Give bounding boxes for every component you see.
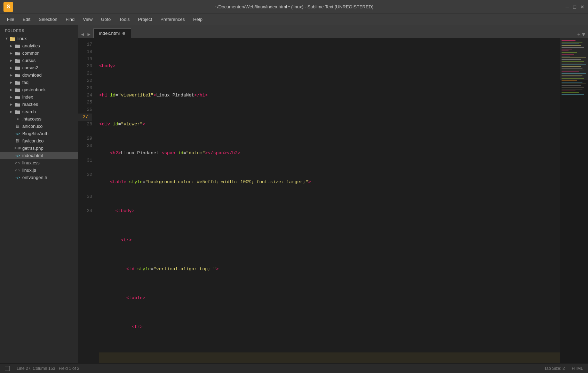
sidebar-item-label: favicon.ico [22, 138, 43, 143]
menu-edit[interactable]: Edit [19, 15, 34, 23]
code-line-19: <div id="viewer"> [99, 121, 560, 128]
menu-file[interactable]: File [3, 15, 18, 23]
sidebar-item-label: analytics [22, 43, 40, 48]
svg-rect-27 [562, 87, 584, 88]
sidebar-item-linux[interactable]: ▼ linux [0, 35, 78, 42]
sidebar-item-label: .htaccess [22, 116, 41, 122]
tab-menu-button[interactable]: ▼ [582, 32, 585, 38]
sidebar-item-label: reacties [22, 102, 38, 107]
chevron-right-icon: ▶ [10, 80, 15, 84]
svg-rect-23 [562, 80, 577, 81]
chevron-right-icon: ▶ [10, 51, 15, 55]
code-line-24: <td style="vertical-align: top; "> [99, 266, 560, 273]
php-file-icon: PHP [15, 146, 21, 151]
status-left: Line 27, Column 153 · Field 1 of 2 [5, 366, 79, 371]
folder-icon [15, 102, 21, 107]
window-buttons[interactable]: ─ □ ✕ [566, 4, 585, 10]
sidebar-item-faq[interactable]: ▶ faq [0, 79, 78, 86]
cursor-position: Line 27, Column 153 · Field 1 of 2 [17, 366, 79, 371]
sidebar-item-reacties[interactable]: ▶ reacties [0, 101, 78, 108]
sidebar-item-getrss[interactable]: ▶ PHP getrss.php [0, 145, 78, 152]
minimize-button[interactable]: ─ [566, 4, 569, 10]
sidebar-item-cursus[interactable]: ▶ cursus [0, 57, 78, 64]
code-line-26: <tr> [99, 324, 560, 331]
close-button[interactable]: ✕ [580, 4, 585, 10]
tab-index-html[interactable]: index.html [93, 28, 131, 38]
sidebar-item-label: faq [22, 80, 29, 85]
chevron-right-icon: ▶ [10, 59, 15, 62]
code-line-25: <table> [99, 295, 560, 302]
sidebar-item-label: cursus [22, 58, 35, 63]
menu-project[interactable]: Project [135, 15, 156, 23]
sidebar-item-label: index.html [22, 153, 43, 158]
svg-rect-30 [562, 92, 579, 93]
sidebar-item-htaccess[interactable]: ▶ ≡ .htaccess [0, 115, 78, 123]
editor[interactable]: 17 18 19 20 21 22 23 24 25 26 27 28 29 3… [78, 38, 588, 363]
sidebar-item-label: linux.js [22, 168, 36, 173]
sidebar-item-gastenboek[interactable]: ▶ gastenboek [0, 86, 78, 93]
sidebar-item-index-html[interactable]: ▶ </> index.html [0, 152, 78, 159]
code-line-21: <table style="background-color: #e5effd;… [99, 179, 560, 186]
image-file-icon: 🖼 [15, 139, 21, 143]
chevron-right-icon: ▶ [10, 88, 15, 92]
folder-icon [15, 87, 21, 92]
maximize-button[interactable]: □ [573, 4, 576, 10]
sidebar-item-label: cursus2 [22, 65, 38, 70]
tab-prev-button[interactable]: ◀ [80, 31, 85, 38]
code-line-22: <tbody> [99, 208, 560, 215]
sidebar-item-label: BingSiteAuth [22, 131, 48, 136]
folder-icon [15, 80, 21, 85]
js-file-icon: /* */ [15, 168, 21, 173]
menu-preferences[interactable]: Preferences [157, 15, 188, 23]
sidebar-item-label: download [22, 72, 42, 78]
sidebar-item-label: getrss.php [22, 146, 43, 151]
svg-rect-26 [562, 85, 581, 86]
sidebar-item-linux-js[interactable]: ▶ /* */ linux.js [0, 166, 78, 174]
menu-view[interactable]: View [79, 15, 96, 23]
status-bar: Line 27, Column 153 · Field 1 of 2 Tab S… [0, 363, 588, 373]
sidebar-header: FOLDERS [0, 25, 78, 35]
folder-icon [15, 44, 21, 48]
chevron-right-icon: ▶ [10, 110, 15, 114]
tab-size-indicator[interactable]: Tab Size: 2 [544, 366, 565, 371]
menu-find[interactable]: Find [62, 15, 78, 23]
sidebar-item-label: gastenboek [22, 87, 46, 92]
chevron-right-icon: ▶ [10, 95, 15, 99]
sidebar-item-favicon[interactable]: ▶ 🖼 favicon.ico [0, 137, 78, 145]
menu-goto[interactable]: Goto [97, 15, 114, 23]
menu-selection[interactable]: Selection [35, 15, 61, 23]
folder-icon [15, 73, 21, 78]
sidebar-item-anicon[interactable]: ▶ 🖼 anicon.ico [0, 123, 78, 130]
chevron-down-icon: ▼ [5, 37, 10, 40]
sidebar-item-ontvangen[interactable]: ▶ </> ontvangen.h [0, 174, 78, 181]
sidebar-item-index-folder[interactable]: ▶ index [0, 93, 78, 101]
sidebar-item-linux-css[interactable]: ▶ /* */ linux.css [0, 159, 78, 166]
sidebar-item-analytics[interactable]: ▶ analytics [0, 42, 78, 49]
tab-next-button[interactable]: ▶ [86, 31, 92, 38]
sidebar-item-common[interactable]: ▶ common [0, 49, 78, 57]
css-file-icon: /* */ [15, 161, 21, 165]
status-checkbox[interactable] [5, 366, 10, 371]
tab-nav: ◀ ▶ [78, 31, 93, 38]
add-tab-button[interactable]: + [577, 32, 581, 38]
folder-icon [15, 58, 21, 63]
sidebar-item-bingsiteauth[interactable]: ▶ </> BingSiteAuth [0, 130, 78, 137]
menu-tools[interactable]: Tools [116, 15, 133, 23]
tab-modified-dot [122, 32, 125, 35]
tab-bar-actions: + ▼ [577, 32, 585, 38]
sidebar-item-cursus2[interactable]: ▶ cursus2 [0, 64, 78, 71]
folder-icon [15, 51, 21, 56]
app-icon: S [3, 2, 13, 12]
chevron-right-icon: ▶ [10, 73, 15, 77]
code-editor[interactable]: <body> <h1 id="viewertitel">Linux PindaN… [96, 38, 560, 363]
sidebar-item-download[interactable]: ▶ download [0, 71, 78, 79]
status-right: Tab Size: 2 HTML [544, 366, 583, 371]
minimap-viewport [560, 38, 588, 80]
menu-help[interactable]: Help [190, 15, 206, 23]
sidebar-item-search[interactable]: ▶ search [0, 108, 78, 115]
code-line-17: <body> [99, 63, 560, 70]
code-line-18: <h1 id="viewertitel">Linux PindaNet</h1> [99, 92, 560, 99]
syntax-indicator[interactable]: HTML [572, 366, 583, 371]
xml-file-icon: </> [15, 175, 21, 180]
chevron-right-icon: ▶ [10, 44, 15, 48]
